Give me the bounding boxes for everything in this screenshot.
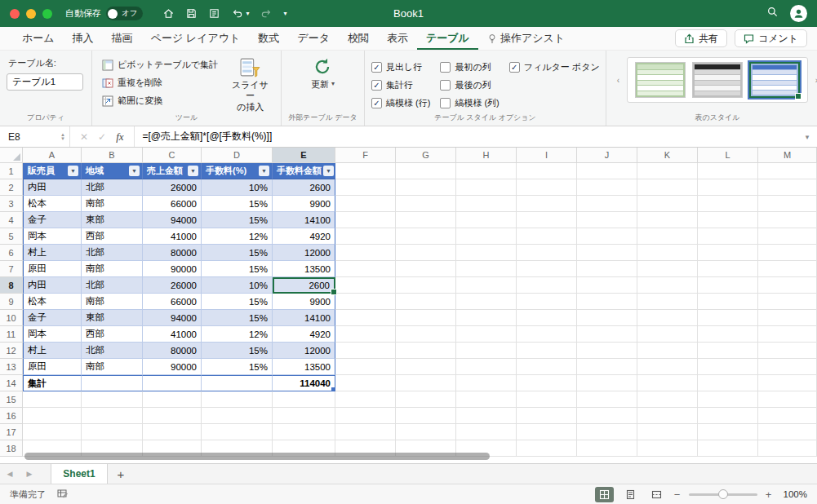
cell-A13[interactable]: 原田: [23, 359, 82, 375]
cell-K12[interactable]: [637, 343, 698, 359]
cell-E14[interactable]: 114040: [273, 375, 335, 391]
cell-E2[interactable]: 2600: [273, 179, 335, 196]
cell-I14[interactable]: [517, 375, 577, 391]
cell-C8[interactable]: 26000: [143, 277, 202, 294]
cell-A5[interactable]: 岡本: [23, 228, 82, 245]
cell-L1[interactable]: [698, 163, 758, 179]
cell-K6[interactable]: [637, 245, 698, 261]
cell-K18[interactable]: [637, 440, 698, 457]
select-all-corner[interactable]: [0, 148, 23, 163]
row-header-13[interactable]: 13: [0, 359, 23, 375]
cell-C13[interactable]: 90000: [143, 359, 202, 375]
style-option-checkbox[interactable]: ✓縞模様 (行): [371, 94, 430, 112]
ribbon-tab-7[interactable]: 表示: [378, 27, 417, 50]
cell-G9[interactable]: [396, 294, 456, 310]
cell-I8[interactable]: [517, 277, 577, 294]
row-header-15[interactable]: 15: [0, 391, 23, 408]
cell-C7[interactable]: 90000: [143, 261, 202, 277]
horizontal-scrollbar[interactable]: [24, 453, 490, 460]
cell-M10[interactable]: [758, 310, 817, 326]
cell-L11[interactable]: [698, 326, 758, 343]
column-header-M[interactable]: M: [758, 148, 817, 163]
formula-input[interactable]: =[@売上金額]*[@[手数料(%)]]: [135, 126, 797, 147]
cell-I17[interactable]: [517, 424, 577, 440]
style-option-checkbox[interactable]: ✓集計行: [371, 76, 430, 94]
cell-F2[interactable]: [335, 179, 396, 196]
cell-H3[interactable]: [456, 196, 517, 212]
next-sheet-button[interactable]: ▶: [20, 464, 39, 484]
cell-D3[interactable]: 15%: [202, 196, 273, 212]
cell-C5[interactable]: 41000: [143, 228, 202, 245]
edit-document-button[interactable]: [208, 7, 220, 20]
cell-K8[interactable]: [637, 277, 698, 294]
cell-L8[interactable]: [698, 277, 758, 294]
cell-H15[interactable]: [456, 391, 517, 408]
cell-B4[interactable]: 東部: [82, 212, 143, 228]
cancel-entry-button[interactable]: ✕: [80, 131, 88, 143]
cell-A14[interactable]: 集計: [23, 375, 82, 391]
cell-D10[interactable]: 15%: [202, 310, 273, 326]
cell-C14[interactable]: [143, 375, 202, 391]
gallery-next-button[interactable]: ›: [811, 61, 817, 99]
filter-button[interactable]: ▼: [68, 166, 78, 176]
cell-M1[interactable]: [758, 163, 817, 179]
ribbon-tab-5[interactable]: データ: [288, 27, 339, 50]
cell-A7[interactable]: 原田: [23, 261, 82, 277]
cell-F4[interactable]: [335, 212, 396, 228]
cell-E11[interactable]: 4920: [273, 326, 335, 343]
cell-G10[interactable]: [396, 310, 456, 326]
cell-C9[interactable]: 66000: [143, 294, 202, 310]
cell-M16[interactable]: [758, 408, 817, 424]
row-header-8[interactable]: 8: [0, 277, 23, 294]
cell-E13[interactable]: 13500: [273, 359, 335, 375]
cell-D14[interactable]: [202, 375, 273, 391]
cell-F1[interactable]: [335, 163, 396, 179]
insert-slicer-button[interactable]: スライサー の挿入: [226, 56, 274, 113]
cell-C12[interactable]: 80000: [143, 343, 202, 359]
cell-E16[interactable]: [273, 408, 335, 424]
cell-K10[interactable]: [637, 310, 698, 326]
cell-L13[interactable]: [698, 359, 758, 375]
cell-G11[interactable]: [396, 326, 456, 343]
style-option-checkbox[interactable]: 縞模様 (列): [440, 94, 499, 112]
cell-J15[interactable]: [577, 391, 637, 408]
zoom-slider[interactable]: [689, 493, 757, 496]
cell-I11[interactable]: [517, 326, 577, 343]
cell-F14[interactable]: [335, 375, 396, 391]
cell-B7[interactable]: 南部: [82, 261, 143, 277]
minimize-window-button[interactable]: [26, 9, 36, 19]
name-box-stepper[interactable]: ▲▼: [60, 133, 65, 141]
cell-B3[interactable]: 南部: [82, 196, 143, 212]
cell-I7[interactable]: [517, 261, 577, 277]
cell-H16[interactable]: [456, 408, 517, 424]
cell-G8[interactable]: [396, 277, 456, 294]
ribbon-tab-0[interactable]: ホーム: [13, 27, 64, 50]
account-button[interactable]: [790, 5, 807, 22]
cell-L10[interactable]: [698, 310, 758, 326]
cell-H1[interactable]: [456, 163, 517, 179]
cell-K13[interactable]: [637, 359, 698, 375]
cell-I13[interactable]: [517, 359, 577, 375]
column-header-E[interactable]: E: [273, 148, 335, 163]
cell-A16[interactable]: [23, 408, 82, 424]
cell-B9[interactable]: 南部: [82, 294, 143, 310]
cell-E5[interactable]: 4920: [273, 228, 335, 245]
cell-H14[interactable]: [456, 375, 517, 391]
autosave-toggle[interactable]: オフ: [106, 7, 143, 20]
sheet-tab-0[interactable]: Sheet1: [51, 464, 108, 484]
zoom-in-button[interactable]: +: [765, 489, 773, 501]
cell-L4[interactable]: [698, 212, 758, 228]
cell-L18[interactable]: [698, 440, 758, 457]
cell-E3[interactable]: 9900: [273, 196, 335, 212]
cell-F11[interactable]: [335, 326, 396, 343]
cell-M11[interactable]: [758, 326, 817, 343]
cell-C10[interactable]: 94000: [143, 310, 202, 326]
cell-E4[interactable]: 14100: [273, 212, 335, 228]
share-button[interactable]: 共有: [675, 29, 727, 47]
expand-formula-bar-button[interactable]: ▾: [797, 126, 817, 147]
cell-C3[interactable]: 66000: [143, 196, 202, 212]
cell-M18[interactable]: [758, 440, 817, 457]
cell-D2[interactable]: 10%: [202, 179, 273, 196]
summarize-with-pivot-button[interactable]: ピボットテーブルで集計: [99, 56, 221, 73]
cell-M2[interactable]: [758, 179, 817, 196]
